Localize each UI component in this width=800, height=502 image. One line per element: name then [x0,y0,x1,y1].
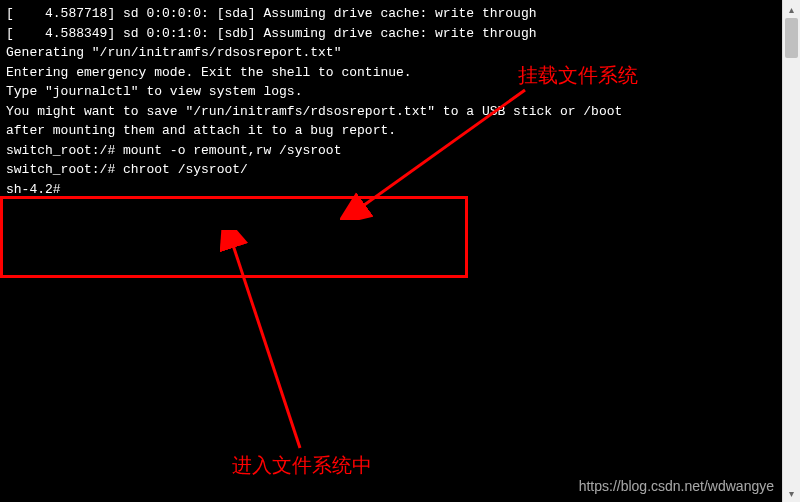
scrollbar-track[interactable] [783,18,800,484]
terminal-line: switch_root:/# mount -o remount,rw /sysr… [6,141,776,161]
terminal-line: Entering emergency mode. Exit the shell … [6,63,776,83]
terminal-prompt[interactable]: sh-4.2# [6,180,776,200]
terminal-line: You might want to save "/run/initramfs/r… [6,102,776,122]
scrollbar-thumb[interactable] [785,18,798,58]
scrollbar[interactable]: ▴ ▾ [782,0,800,502]
terminal-line: switch_root:/# chroot /sysroot/ [6,160,776,180]
scroll-down-button[interactable]: ▾ [783,484,800,502]
terminal-line: Generating "/run/initramfs/rdsosreport.t… [6,43,776,63]
terminal-line: Type "journalctl" to view system logs. [6,82,776,102]
terminal-line: after mounting them and attach it to a b… [6,121,776,141]
scroll-up-button[interactable]: ▴ [783,0,800,18]
terminal-line: [ 4.587718] sd 0:0:0:0: [sda] Assuming d… [6,4,776,24]
terminal-window: [ 4.587718] sd 0:0:0:0: [sda] Assuming d… [0,0,782,502]
terminal-line: [ 4.588349] sd 0:0:1:0: [sdb] Assuming d… [6,24,776,44]
